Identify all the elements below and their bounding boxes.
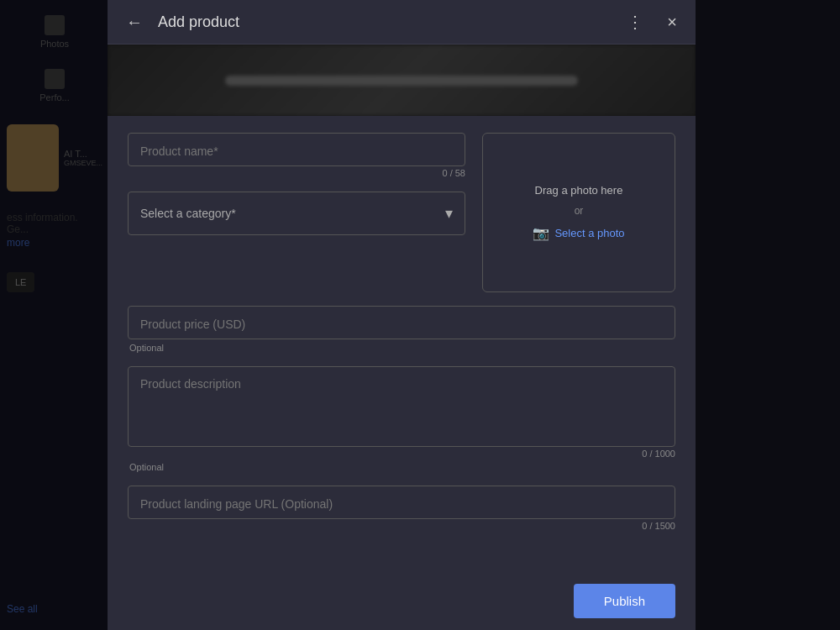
category-placeholder: Select a category* (140, 207, 236, 220)
select-photo-link[interactable]: 📷 Select a photo (533, 225, 624, 241)
product-name-field-wrapper: 0 / 58 (128, 133, 465, 178)
back-button[interactable]: ← (121, 11, 148, 34)
description-container (128, 366, 675, 447)
price-container (128, 306, 675, 339)
modal-title: Add product (158, 13, 610, 31)
url-input[interactable] (140, 497, 663, 511)
modal-top-image (108, 45, 696, 116)
modal-footer: Publish (108, 572, 696, 630)
top-form-row: 0 / 58 Select a category* ▾ Drag a photo… (128, 133, 675, 292)
chevron-down-icon: ▾ (445, 204, 453, 223)
category-select[interactable]: Select a category* ▾ (128, 192, 465, 235)
close-button[interactable]: × (662, 11, 682, 34)
camera-icon: 📷 (533, 225, 549, 241)
product-name-input[interactable] (140, 144, 453, 158)
drag-photo-text: Drag a photo here (535, 184, 623, 197)
form-right-column: Drag a photo here or 📷 Select a photo (482, 133, 675, 292)
modal-body: 0 / 58 Select a category* ▾ Drag a photo… (108, 116, 696, 572)
description-textarea[interactable] (140, 377, 663, 436)
image-placeholder-bar (225, 76, 578, 86)
url-container (128, 486, 675, 519)
select-photo-label: Select a photo (554, 227, 624, 239)
url-counter: 0 / 1500 (128, 521, 675, 531)
category-field-wrapper: Select a category* ▾ (128, 192, 465, 235)
description-hint: Optional (128, 462, 675, 472)
price-field-wrapper: Optional (128, 306, 675, 353)
url-field-wrapper: 0 / 1500 (128, 486, 675, 531)
add-product-modal: ← Add product ⋮ × 0 / 58 (108, 0, 696, 630)
description-counter: 0 / 1000 (128, 449, 675, 459)
product-name-counter: 0 / 58 (128, 168, 465, 178)
product-name-container (128, 133, 465, 166)
or-text: or (575, 205, 584, 217)
publish-button[interactable]: Publish (574, 584, 675, 618)
more-options-button[interactable]: ⋮ (620, 10, 652, 34)
photo-upload-area[interactable]: Drag a photo here or 📷 Select a photo (482, 133, 675, 292)
price-input[interactable] (140, 318, 663, 331)
blurred-image (108, 45, 696, 116)
description-field-wrapper: 0 / 1000 Optional (128, 366, 675, 472)
price-hint: Optional (128, 343, 675, 353)
modal-header: ← Add product ⋮ × (108, 0, 696, 45)
form-left-column: 0 / 58 Select a category* ▾ (128, 133, 465, 292)
